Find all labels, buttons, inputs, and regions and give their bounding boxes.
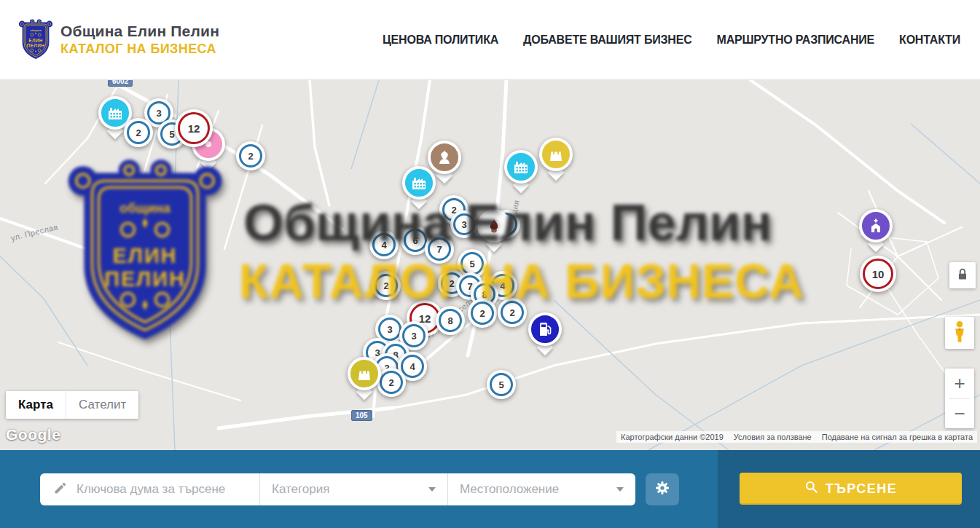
site-title: Община Елин Пелин [60, 23, 219, 40]
map-marker-cluster[interactable]: 2 [468, 299, 497, 328]
brand[interactable]: община ЕЛИН ПЕЛИН Община Елин Пелин КАТА… [18, 17, 219, 63]
map-marker-cluster[interactable]: 3 [450, 210, 478, 238]
report-map-error-link[interactable]: Подаване на сигнал за грешка в картата [822, 433, 973, 441]
nav-route-schedule[interactable]: МАРШРУТНО РАЗПИСАНИЕ [717, 34, 875, 47]
search-button-label: ТЪРСЕНЕ [826, 481, 898, 497]
zoom-control: + − [945, 369, 974, 428]
advanced-settings-button[interactable] [646, 473, 679, 505]
pencil-icon [53, 481, 68, 498]
location-select-value: Местоположение [460, 482, 559, 497]
main-nav: ЦЕНОВА ПОЛИТИКА ДОБАВЕТЕ ВАШИЯТ БИЗНЕС М… [383, 34, 962, 47]
keyword-search-input[interactable] [77, 482, 249, 497]
map-marker-cluster[interactable]: 2 [498, 298, 527, 327]
municipality-crest-logo: община ЕЛИН ПЕЛИН [18, 17, 53, 63]
google-logo[interactable]: Google [6, 426, 60, 444]
zoom-in-button[interactable]: + [945, 369, 974, 398]
map-marker-pin-factory[interactable] [402, 166, 436, 200]
nav-add-your-business[interactable]: ДОБАВЕТЕ ВАШИЯТ БИЗНЕС [523, 34, 691, 47]
map-marker-cluster[interactable]: 8 [436, 306, 465, 335]
chevron-down-icon [428, 487, 436, 492]
location-select[interactable]: Местоположение [447, 473, 635, 505]
map-marker-layer: 325122235647522748221283338342510 [0, 80, 980, 450]
keyword-field-wrap [40, 473, 259, 505]
zoom-out-button[interactable]: − [945, 399, 974, 429]
map-marker-cluster[interactable]: 7 [425, 235, 454, 264]
map-marker-pin-fuel[interactable] [528, 312, 562, 346]
search-bar: Категория Местоположение ТЪРСЕНЕ [0, 450, 980, 528]
nav-contacts[interactable]: КОНТАКТИ [899, 34, 960, 47]
map-type-control: Карта Сателит [6, 391, 138, 419]
map-marker-cluster[interactable]: 2 [377, 368, 406, 397]
svg-text:община: община [30, 28, 42, 31]
map-marker-cluster[interactable]: 10 [860, 256, 896, 292]
map-marker-cluster[interactable]: 2 [372, 271, 401, 300]
site-subtitle: КАТАЛОГ НА БИЗНЕСА [60, 42, 219, 57]
lock-control-button[interactable] [949, 262, 976, 288]
map-marker-cluster[interactable]: 2 [236, 141, 265, 170]
map-marker-pin-flame[interactable] [477, 209, 511, 243]
map-marker-cluster[interactable]: 5 [487, 370, 516, 399]
nav-pricing-policy[interactable]: ЦЕНОВА ПОЛИТИКА [383, 34, 498, 47]
map-type-satellite-button[interactable]: Сателит [66, 391, 138, 419]
map-marker-pin-church[interactable] [859, 209, 893, 243]
chevron-down-icon [616, 487, 624, 492]
terms-of-use-link[interactable]: Условия за ползване [734, 433, 812, 441]
map-marker-pin-bag[interactable] [348, 357, 381, 390]
search-submit-button[interactable]: ТЪРСЕНЕ [740, 473, 962, 505]
svg-text:ЕЛИН: ЕЛИН [28, 37, 43, 42]
lock-icon [954, 267, 971, 285]
pegman-icon [950, 320, 969, 346]
category-select-value: Категория [272, 482, 329, 497]
gear-icon [654, 479, 671, 499]
google-map[interactable]: 6002105ул. Преславбул. „Новоселция325122… [0, 80, 980, 450]
map-type-map-button[interactable]: Карта [6, 391, 66, 419]
map-marker-pin-factory[interactable] [504, 150, 538, 184]
category-select[interactable]: Категория [259, 473, 447, 505]
search-input-group: Категория Местоположение [40, 473, 635, 505]
map-attribution: Картографски данни ©2019 Условия за полз… [616, 431, 977, 443]
svg-text:ПЕЛИН: ПЕЛИН [27, 43, 45, 48]
map-marker-cluster[interactable]: 2 [124, 118, 153, 147]
map-data-copyright: Картографски данни ©2019 [621, 433, 724, 441]
map-marker-cluster[interactable]: 4 [369, 230, 399, 259]
map-marker-pin-bag[interactable] [539, 138, 573, 171]
site-header: община ЕЛИН ПЕЛИН Община Елин Пелин КАТА… [0, 0, 980, 80]
street-view-pegman-button[interactable] [945, 317, 974, 349]
map-marker-cluster[interactable]: 12 [175, 109, 213, 147]
search-icon [804, 480, 818, 497]
